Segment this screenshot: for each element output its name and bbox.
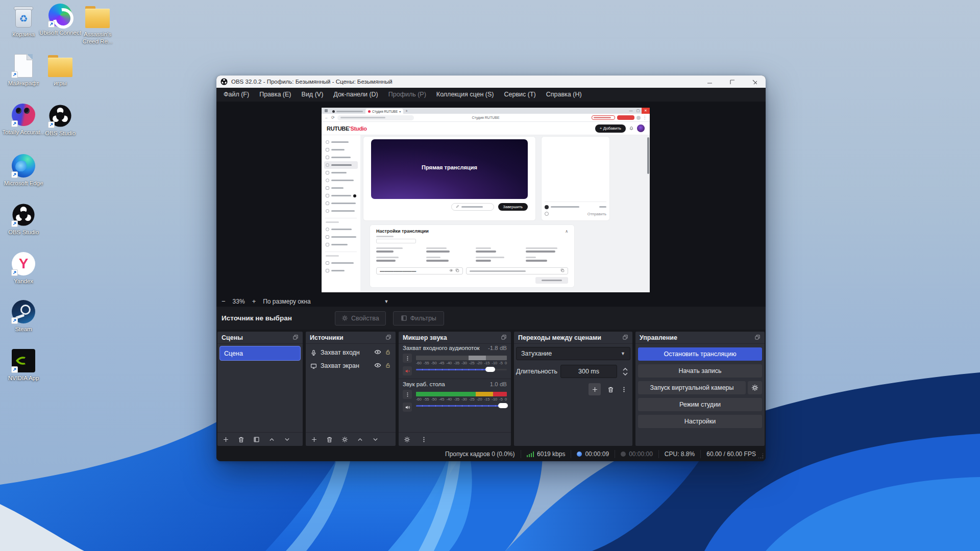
transition-select[interactable]: Затухание ▼ xyxy=(516,347,630,360)
desktop-icon-label: NVIDIA App xyxy=(8,375,39,382)
volume-meter xyxy=(416,392,507,396)
fit-to-window-label[interactable]: По размеру окна xyxy=(263,298,310,305)
add-source-button[interactable] xyxy=(311,436,317,443)
desktop-icon-obs-studio-1[interactable]: OBS Studio xyxy=(38,103,83,137)
menu-docks[interactable]: Док-панели (D) xyxy=(328,88,383,102)
volume-meter xyxy=(416,356,507,360)
mixer-panel-header[interactable]: Микшер звука xyxy=(399,332,511,344)
copy-url-icon xyxy=(560,268,565,273)
filter-icon xyxy=(401,315,407,321)
cpu-status: CPU: 8.8% xyxy=(658,450,700,458)
preview-zoom-toolbar: − 33% + По размеру окна ▼ xyxy=(216,296,766,307)
sources-title: Источники xyxy=(310,334,344,341)
popout-icon[interactable] xyxy=(754,333,761,342)
advanced-audio-button[interactable] xyxy=(404,436,410,443)
lock-icon[interactable] xyxy=(385,349,391,357)
desktop-icon-obs-studio-2[interactable]: OBS Studio xyxy=(1,202,46,236)
menu-view[interactable]: Вид (V) xyxy=(297,88,329,102)
maximize-button[interactable] xyxy=(721,76,743,88)
desktop-icon-nvidia-app[interactable]: NVIDIA App xyxy=(1,348,46,382)
filters-button[interactable]: Фильтры xyxy=(393,311,444,325)
popout-icon[interactable] xyxy=(292,333,299,342)
sources-toolbar xyxy=(306,432,396,446)
virtual-camera-button[interactable]: Запуск виртуальной камеры xyxy=(638,381,746,394)
volume-slider[interactable] xyxy=(416,403,507,408)
folder-icon xyxy=(47,53,73,79)
desktop-icon-assassins-creed-folder[interactable]: Assassin's Creed Re... xyxy=(75,4,120,45)
desktop-icon-yandex[interactable]: Y Yandex xyxy=(1,251,46,285)
channel-db: -1.8 dB xyxy=(488,345,507,353)
lock-icon[interactable] xyxy=(385,362,391,370)
preview-canvas[interactable]: Студия RUTUBE ▾ + — ▢ ✕ ← ⟳ xyxy=(216,102,766,296)
scene-list-item[interactable]: Сцена xyxy=(219,346,301,361)
mute-button[interactable] xyxy=(403,403,412,412)
scene-filters-button[interactable] xyxy=(253,436,260,443)
remove-transition-button[interactable] xyxy=(607,386,614,393)
menu-help[interactable]: Справка (H) xyxy=(541,88,587,102)
menu-file[interactable]: Файл (F) xyxy=(218,88,254,102)
properties-button[interactable]: Свойства xyxy=(335,311,386,325)
visibility-eye-icon[interactable] xyxy=(374,348,381,357)
menu-scene-collection[interactable]: Коллекция сцен (S) xyxy=(431,88,499,102)
menu-profile[interactable]: Профиль (P) xyxy=(383,88,431,102)
sidebar-skeleton-row xyxy=(324,199,358,207)
scenes-panel: Сцены Сцена xyxy=(217,332,303,446)
desktop-icon-microsoft-edge[interactable]: Microsoft Edge xyxy=(1,153,46,187)
controls-panel-header[interactable]: Управление xyxy=(635,332,765,344)
shortcut-arrow-icon xyxy=(11,71,18,78)
popout-icon[interactable] xyxy=(385,333,391,342)
source-down-button[interactable] xyxy=(372,436,379,443)
collapse-chevron-icon: ∧ xyxy=(565,229,568,234)
scene-up-button[interactable] xyxy=(268,436,275,443)
controls-title: Управление xyxy=(640,334,677,341)
duration-stepper[interactable] xyxy=(620,365,630,378)
stop-streaming-button[interactable]: Остановить трансляцию xyxy=(638,347,762,361)
source-row-display[interactable]: Захват экран xyxy=(308,359,394,372)
mute-button-muted[interactable] xyxy=(403,366,412,375)
menu-tools[interactable]: Сервис (T) xyxy=(499,88,541,102)
zoom-out-button[interactable]: − xyxy=(222,297,226,305)
studio-mode-button[interactable]: Режим студии xyxy=(638,398,762,411)
slider-handle[interactable] xyxy=(498,403,508,408)
volume-slider[interactable] xyxy=(416,367,507,372)
title-bar[interactable]: OBS 32.0.2 - Профиль: Безымянный - Сцены… xyxy=(216,76,766,88)
mixer-channel-mic: Захват входного аудиопоток -1.8 dB -60-5… xyxy=(399,344,511,375)
settings-button[interactable]: Настройки xyxy=(638,415,762,428)
scene-down-button[interactable] xyxy=(284,436,290,443)
transition-menu-button[interactable] xyxy=(621,386,627,393)
remove-scene-button[interactable] xyxy=(238,436,244,443)
add-transition-button[interactable] xyxy=(589,383,601,395)
popout-icon[interactable] xyxy=(501,333,507,342)
transitions-panel-header[interactable]: Переходы между сценами xyxy=(514,332,632,344)
add-scene-button[interactable] xyxy=(223,436,229,443)
desktop-icon-steam[interactable]: Steam xyxy=(1,299,46,333)
channel-menu-button[interactable] xyxy=(403,390,412,399)
scenes-panel-header[interactable]: Сцены xyxy=(217,332,303,344)
stream-time-status: 00:00:09 xyxy=(571,450,615,458)
start-recording-button[interactable]: Начать запись xyxy=(638,364,762,378)
desktop-icon-games-folder[interactable]: игры xyxy=(38,53,83,87)
minimize-button[interactable] xyxy=(698,76,721,88)
slider-handle[interactable] xyxy=(485,367,495,372)
visibility-eye-icon[interactable] xyxy=(374,362,381,370)
zoom-in-button[interactable]: + xyxy=(252,297,256,305)
channel-menu-button[interactable] xyxy=(403,354,412,363)
zoom-dropdown-caret[interactable]: ▼ xyxy=(384,299,389,304)
virtual-camera-config-button[interactable] xyxy=(748,381,762,394)
close-button[interactable] xyxy=(743,76,766,88)
remove-source-button[interactable] xyxy=(326,436,333,443)
sources-panel-header[interactable]: Источники xyxy=(306,332,396,344)
stepper-up-icon[interactable] xyxy=(623,368,628,371)
source-row-audio[interactable]: Захват входн xyxy=(308,346,394,359)
source-properties-button[interactable] xyxy=(341,436,348,443)
stream-url-field xyxy=(466,267,568,274)
stepper-down-icon[interactable] xyxy=(623,372,628,375)
menu-edit[interactable]: Правка (E) xyxy=(254,88,296,102)
resize-grip[interactable] xyxy=(757,452,764,459)
source-up-button[interactable] xyxy=(357,436,363,443)
duration-input[interactable]: 300 ms xyxy=(560,365,617,378)
ubisoft-connect-icon xyxy=(47,3,73,28)
popout-icon[interactable] xyxy=(622,333,628,342)
stream-settings-card: Настройки трансляции ∧ xyxy=(370,225,574,287)
mixer-menu-button[interactable] xyxy=(421,436,427,443)
